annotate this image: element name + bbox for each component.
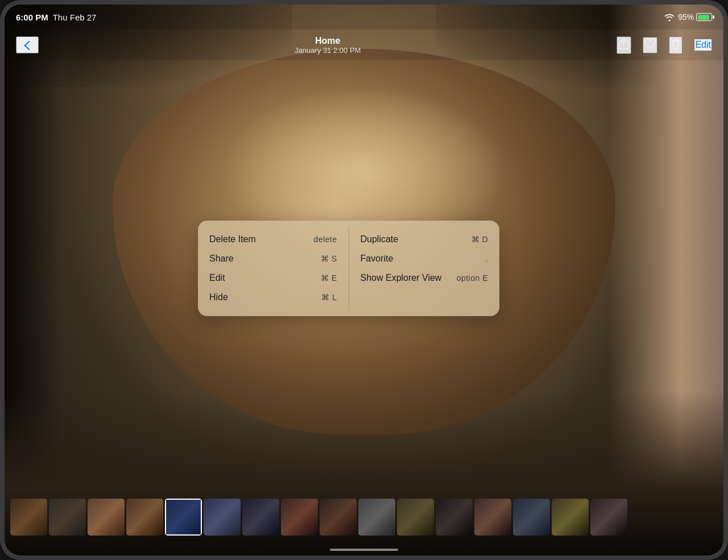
thumbnail-7[interactable] (242, 499, 279, 536)
battery-icon (696, 13, 712, 21)
trash-icon (670, 38, 681, 50)
nav-subtitle: January 31 2:00 PM (295, 46, 361, 55)
menu-shortcut-delete: delete (313, 235, 337, 244)
thumbnail-6[interactable] (204, 499, 241, 536)
thumbnail-8[interactable] (281, 499, 318, 536)
screen: 6:00 PM Thu Feb 27 95% (5, 5, 723, 555)
back-chevron-icon (24, 41, 34, 51)
menu-item-show-explorer[interactable]: Show Explorer View option E (349, 268, 500, 288)
thumbnail-2[interactable] (49, 499, 86, 536)
thumbnail-14[interactable] (513, 499, 550, 536)
thumbnail-16[interactable] (590, 499, 627, 536)
thumbnail-1[interactable] (10, 499, 47, 536)
thumbnail-4[interactable] (126, 499, 163, 536)
thumbnail-10[interactable] (358, 499, 395, 536)
menu-shortcut-hide: ⌘ L (321, 293, 337, 302)
menu-item-delete[interactable]: Delete Item delete (198, 230, 349, 249)
status-left: 6:00 PM Thu Feb 27 (16, 13, 96, 22)
menu-item-hide[interactable]: Hide ⌘ L (198, 288, 349, 307)
status-time: 6:00 PM (16, 13, 48, 22)
menu-label-show-explorer: Show Explorer View (361, 273, 442, 283)
menu-shortcut-show-explorer: option E (457, 273, 488, 283)
nav-actions: Edit (617, 36, 712, 54)
menu-label-delete: Delete Item (209, 234, 256, 244)
menu-label-duplicate: Duplicate (361, 234, 399, 244)
heart-icon (644, 38, 656, 49)
menu-label-share: Share (209, 254, 234, 264)
battery-container: 95% (678, 13, 712, 22)
menu-item-edit[interactable]: Edit ⌘ E (198, 268, 349, 288)
battery-fill (698, 15, 710, 20)
ipad-frame: 6:00 PM Thu Feb 27 95% (0, 0, 728, 560)
status-bar: 6:00 PM Thu Feb 27 95% (5, 5, 723, 30)
thumbnail-13[interactable] (474, 499, 511, 536)
thumbnail-5[interactable] (165, 499, 202, 536)
thumbnail-11[interactable] (397, 499, 434, 536)
share-icon (618, 38, 630, 50)
favorite-button[interactable] (643, 37, 657, 53)
menu-grid: Delete Item delete Share ⌘ S Edit ⌘ E Hi… (198, 226, 499, 310)
thumbnail-15[interactable] (552, 499, 589, 536)
wifi-icon (664, 13, 675, 21)
nav-title-container: Home January 31 2:00 PM (295, 36, 361, 55)
edit-button[interactable]: Edit (694, 39, 712, 51)
nav-title: Home (295, 36, 361, 46)
status-right: 95% (664, 13, 712, 22)
status-date: Thu Feb 27 (53, 13, 97, 22)
menu-item-share[interactable]: Share ⌘ S (198, 249, 349, 268)
home-indicator (330, 549, 398, 551)
menu-label-favorite: Favorite (361, 254, 394, 264)
menu-shortcut-edit: ⌘ E (321, 273, 337, 283)
battery-percent: 95% (678, 13, 694, 22)
thumbnail-strip (5, 496, 723, 538)
menu-right-col: Duplicate ⌘ D Favorite . Show Explorer V… (349, 226, 500, 310)
share-button[interactable] (617, 36, 631, 54)
menu-shortcut-favorite: . (486, 254, 488, 263)
menu-item-favorite[interactable]: Favorite . (349, 249, 500, 268)
context-menu: Delete Item delete Share ⌘ S Edit ⌘ E Hi… (198, 221, 499, 316)
back-button[interactable] (16, 36, 39, 53)
menu-shortcut-duplicate: ⌘ D (471, 235, 489, 244)
delete-button[interactable] (669, 36, 682, 54)
thumbnail-3[interactable] (88, 499, 125, 536)
menu-item-duplicate[interactable]: Duplicate ⌘ D (349, 230, 500, 249)
thumbnail-9[interactable] (320, 499, 357, 536)
thumbnail-12[interactable] (436, 499, 473, 536)
nav-bar: Home January 31 2:00 PM (5, 30, 723, 60)
menu-label-edit: Edit (209, 273, 225, 283)
menu-left-col: Delete Item delete Share ⌘ S Edit ⌘ E Hi… (198, 226, 349, 310)
menu-shortcut-share: ⌘ S (321, 254, 337, 263)
menu-label-hide: Hide (209, 292, 228, 302)
